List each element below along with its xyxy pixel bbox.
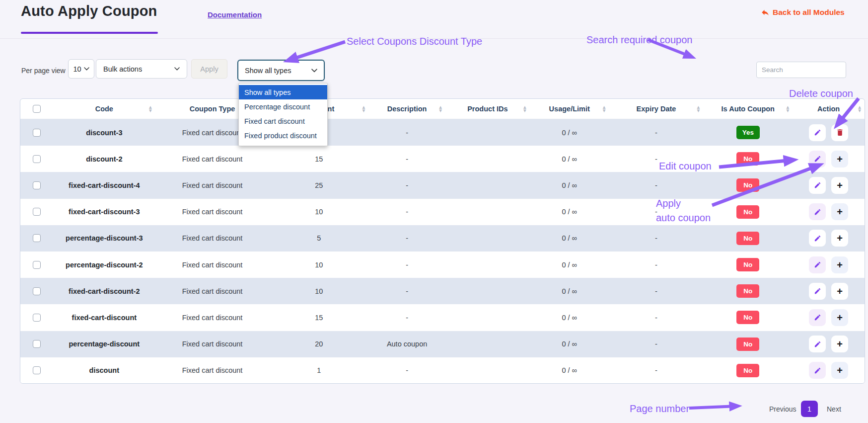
coupon-type-filter-select[interactable]: Show all types [237, 60, 325, 81]
sort-icon[interactable]: ▲▼ [858, 106, 861, 112]
usage-value: 0 / ∞ [562, 287, 577, 295]
dropdown-option-percentage-discount[interactable]: Percentage discount [239, 99, 327, 114]
discount-cell: 15 [269, 304, 368, 331]
edit-pencil-icon [814, 208, 821, 216]
type-cell: Fixed cart discount [155, 172, 270, 198]
checkbox-cell [20, 199, 53, 225]
row-checkbox[interactable] [33, 155, 41, 163]
type-value: Fixed cart discount [182, 181, 243, 189]
pagination-previous[interactable]: Previous [769, 405, 796, 413]
discount-value: 20 [315, 340, 323, 348]
sort-icon[interactable]: ▲▼ [523, 106, 526, 112]
apply-button[interactable]: Apply [191, 59, 227, 79]
back-arrow-icon [761, 8, 770, 17]
is-auto-coupon-cell: No [703, 172, 793, 198]
row-checkbox[interactable] [33, 314, 41, 322]
usage-value: 0 / ∞ [562, 155, 577, 163]
edit-pencil-icon [814, 261, 821, 268]
edit-coupon-button[interactable] [809, 256, 826, 273]
is-auto-coupon-cell: No [703, 199, 793, 225]
expiry-cell: - [609, 331, 704, 357]
row-checkbox[interactable] [33, 234, 41, 242]
sort-icon[interactable]: ▲▼ [439, 106, 442, 112]
usage-value: 0 / ∞ [562, 129, 577, 137]
dropdown-option-fixed-product-discount[interactable]: Fixed product discount [239, 128, 327, 143]
edit-coupon-button[interactable] [809, 177, 826, 194]
pagination-current-page[interactable]: 1 [801, 401, 818, 417]
search-input[interactable] [756, 62, 846, 78]
code-value: percentage-discount-3 [66, 234, 143, 242]
delete-coupon-button[interactable] [831, 124, 848, 141]
sort-icon[interactable]: ▲▼ [362, 106, 365, 112]
checkbox-cell [20, 331, 53, 357]
coupon-type-filter-value: Show all types [245, 67, 291, 75]
apply-auto-coupon-button[interactable]: + [831, 203, 848, 220]
select-all-header-cell [20, 99, 53, 119]
description-cell: - [368, 252, 445, 278]
row-checkbox[interactable] [33, 287, 41, 295]
type-value: Fixed cart discount [182, 208, 243, 216]
code-value: fixed-cart-discount-2 [69, 287, 140, 295]
apply-auto-coupon-button[interactable]: + [831, 336, 848, 352]
row-checkbox[interactable] [33, 181, 41, 189]
usage-cell: 0 / ∞ [530, 146, 609, 172]
action-cell: + [793, 172, 865, 198]
action-cell: + [793, 304, 865, 331]
arrow-page-number [689, 406, 737, 408]
edit-coupon-button[interactable] [809, 336, 826, 352]
edit-coupon-button[interactable] [809, 203, 826, 220]
discount-value: 15 [315, 314, 323, 322]
product_ids-cell [445, 172, 530, 198]
annotation-edit: Edit coupon [659, 159, 712, 173]
apply-auto-coupon-button[interactable]: + [831, 230, 848, 247]
apply-auto-coupon-button[interactable]: + [831, 177, 848, 194]
apply-auto-coupon-button[interactable]: + [831, 151, 848, 168]
edit-coupon-button[interactable] [809, 151, 826, 168]
action-cell: + [793, 146, 865, 172]
action-cell: + [793, 252, 865, 278]
discount-cell: 5 [269, 225, 368, 252]
plus-icon: + [837, 365, 843, 375]
checkbox-cell [20, 119, 53, 146]
description-cell: - [368, 278, 445, 304]
edit-coupon-button[interactable] [809, 309, 826, 326]
apply-auto-coupon-button[interactable]: + [831, 362, 848, 379]
sort-icon[interactable]: ▲▼ [786, 106, 789, 112]
row-checkbox[interactable] [33, 340, 41, 348]
discount-value: 1 [317, 366, 321, 374]
edit-coupon-button[interactable] [809, 283, 826, 300]
per-page-select[interactable]: 10 [68, 59, 94, 79]
description-cell: - [368, 146, 445, 172]
dropdown-option-show-all-types[interactable]: Show all types [239, 85, 327, 99]
row-checkbox[interactable] [33, 366, 41, 374]
sort-icon[interactable]: ▲▼ [149, 106, 152, 112]
row-checkbox[interactable] [33, 129, 41, 137]
edit-coupon-button[interactable] [809, 124, 826, 141]
is-auto-coupon-badge: No [736, 311, 759, 324]
description-value: - [406, 181, 408, 189]
documentation-link[interactable]: Documentation [208, 10, 262, 19]
select-all-checkbox[interactable] [33, 105, 41, 113]
edit-coupon-button[interactable] [809, 362, 826, 379]
apply-auto-coupon-button[interactable]: + [831, 309, 848, 326]
row-checkbox[interactable] [33, 208, 41, 216]
code-cell: fixed-cart-discount-3 [53, 199, 155, 225]
description-cell: - [368, 304, 445, 331]
sort-icon[interactable]: ▲▼ [603, 106, 606, 112]
apply-auto-coupon-button[interactable]: + [831, 283, 848, 300]
auto-apply-coupon-page: Auto Apply Coupon Documentation Back to … [0, 0, 868, 423]
expiry-value: - [655, 129, 657, 137]
type-cell: Fixed cart discount [155, 146, 270, 172]
sort-icon[interactable]: ▲▼ [697, 106, 700, 112]
bulk-actions-select[interactable]: Bulk actions [96, 59, 187, 79]
pagination-next[interactable]: Next [827, 405, 841, 413]
dropdown-option-fixed-cart-discount[interactable]: Fixed cart discount [239, 114, 327, 128]
table-row: fixed-cart-discount-2Fixed cart discount… [20, 278, 865, 304]
apply-auto-coupon-button[interactable]: + [831, 256, 848, 273]
back-to-modules-link[interactable]: Back to all Modules [761, 8, 845, 17]
expiry-cell: - [609, 172, 704, 198]
usage-cell: 0 / ∞ [530, 304, 609, 331]
row-checkbox[interactable] [33, 261, 41, 269]
edit-coupon-button[interactable] [809, 230, 826, 247]
discount-value: 15 [315, 155, 323, 163]
